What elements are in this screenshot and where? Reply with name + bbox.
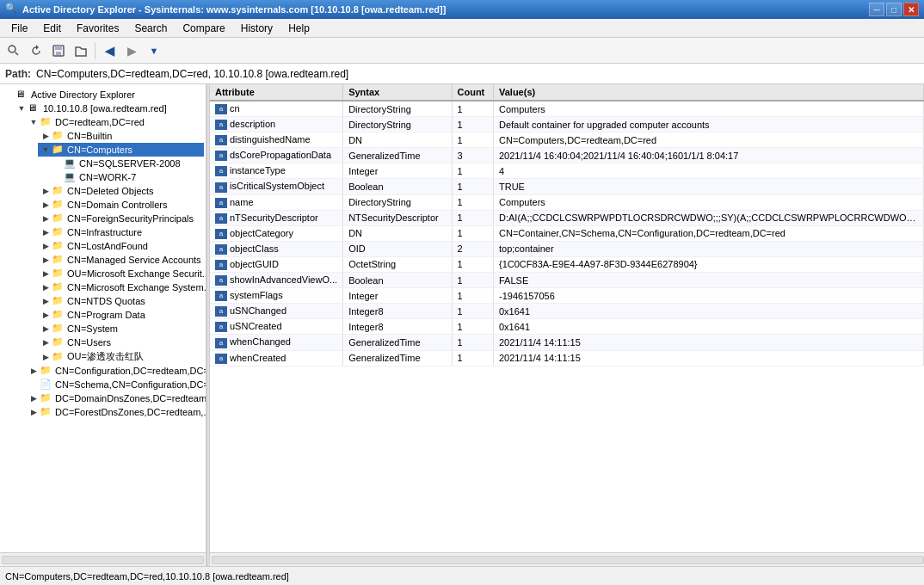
toolbar-save-button[interactable]	[48, 40, 69, 61]
col-header-value[interactable]: Value(s)	[494, 84, 924, 101]
menu-help[interactable]: Help	[280, 20, 317, 37]
cell-value: 0x1641	[494, 319, 924, 335]
tree-node-exchange-sec[interactable]: ▶ 📁 OU=Microsoft Exchange Securit...	[38, 267, 204, 280]
tree-node-dc[interactable]: ▼ 📁 DC=redteam,DC=red	[26, 115, 204, 129]
table-row[interactable]: awhenCreatedGeneralizedTime12021/11/4 14…	[210, 350, 924, 366]
cell-syntax: GeneralizedTime	[343, 350, 452, 366]
tree-node-ntds[interactable]: ▶ 📁 CN=NTDS Quotas	[38, 294, 204, 308]
tree-node-managed[interactable]: ▶ 📁 CN=Managed Service Accounts	[38, 253, 204, 267]
tree-node-builtin[interactable]: ▶ 📁 CN=Builtin	[38, 129, 204, 143]
toggle-computers: ▼	[40, 144, 52, 156]
cell-syntax: Integer	[343, 163, 452, 179]
cell-attr: aname	[210, 194, 343, 210]
col-header-count[interactable]: Count	[452, 84, 493, 101]
cell-count: 1	[452, 319, 493, 335]
tree-node-server[interactable]: ▼ 🖥 10.10.10.8 [owa.redteam.red]	[14, 102, 204, 115]
tree-node-domaindns[interactable]: ▶ 📁 DC=DomainDnsZones,DC=redteam,...	[26, 391, 204, 405]
cell-syntax: GeneralizedTime	[343, 335, 452, 350]
table-row[interactable]: anTSecurityDescriptorNTSecurityDescripto…	[210, 210, 924, 225]
menu-favorites[interactable]: Favorites	[69, 20, 126, 37]
cell-count: 1	[452, 256, 493, 272]
menu-compare[interactable]: Compare	[175, 20, 232, 37]
path-value: CN=Computers,DC=redteam,DC=red, 10.10.10…	[36, 68, 348, 80]
toolbar-refresh-button[interactable]	[26, 40, 46, 61]
cell-syntax: NTSecurityDescriptor	[343, 210, 452, 225]
toggle-server: ▼	[15, 102, 28, 114]
table-row[interactable]: adescriptionDirectoryString1Default cont…	[210, 117, 924, 132]
table-row[interactable]: acnDirectoryString1Computers	[210, 101, 924, 117]
table-row[interactable]: anameDirectoryString1Computers	[210, 194, 924, 210]
table-row[interactable]: aobjectCategoryDN1CN=Container,CN=Schema…	[210, 225, 924, 241]
cell-count: 1	[452, 350, 493, 366]
attr-table-body: acnDirectoryString1Computersadescription…	[210, 101, 924, 366]
toolbar-forward-button[interactable]: ▶	[121, 40, 142, 61]
menu-search[interactable]: Search	[126, 20, 175, 37]
cell-attr: asystemFlags	[210, 288, 343, 304]
toolbar-dropdown-button[interactable]: ▼	[144, 40, 164, 61]
path-bar: Path: CN=Computers,DC=redteam,DC=red, 10…	[0, 64, 924, 84]
table-row[interactable]: aobjectGUIDOctetString1{1C0CF83A-E9E4-4A…	[210, 256, 924, 272]
table-row[interactable]: aisCriticalSystemObjectBoolean1TRUE	[210, 179, 924, 194]
cell-attr: awhenCreated	[210, 350, 343, 366]
cell-value: 2021/11/4 16:40:04;2021/11/4 16:40:04;16…	[494, 148, 924, 163]
table-row[interactable]: adistinguishedNameDN1CN=Computers,DC=red…	[210, 132, 924, 148]
cell-syntax: Boolean	[343, 179, 452, 194]
tree-node-foreign[interactable]: ▶ 📁 CN=ForeignSecurityPrincipals	[38, 212, 204, 225]
table-row[interactable]: aobjectClassOID2top;container	[210, 241, 924, 256]
toolbar-search-button[interactable]	[3, 40, 24, 61]
cell-attr: ashowInAdvancedViewO...	[210, 273, 343, 288]
tree-level1: ▼ 📁 DC=redteam,DC=red ▶ 📁 CN=Builtin	[14, 115, 204, 419]
tree-node-exchange-sys[interactable]: ▶ 📁 CN=Microsoft Exchange System...	[38, 280, 204, 294]
cell-count: 1	[452, 335, 493, 350]
col-header-attribute[interactable]: Attribute	[210, 84, 343, 101]
close-button[interactable]: ✕	[903, 3, 919, 16]
toggle-sqlserver	[52, 157, 64, 169]
tree-panel[interactable]: 🖥 Active Directory Explorer ▼ 🖥 10.10.10…	[0, 84, 206, 552]
tree-node-users[interactable]: ▶ 📁 CN=Users	[38, 336, 204, 349]
svg-line-1	[15, 52, 19, 55]
table-row[interactable]: auSNChangedInteger810x1641	[210, 304, 924, 319]
tree-node-forestdns[interactable]: ▶ 📁 DC=ForestDnsZones,DC=redteam,...	[26, 405, 204, 419]
attr-scrollbar[interactable]	[210, 552, 924, 566]
cell-value: 4	[494, 163, 924, 179]
tree-node-computers[interactable]: ▼ 📁 CN=Computers	[38, 143, 204, 157]
tree-node-system[interactable]: ▶ 📁 CN=System	[38, 322, 204, 336]
cell-attr: aobjectClass	[210, 241, 343, 256]
table-row[interactable]: asystemFlagsInteger1-1946157056	[210, 288, 924, 304]
tree-node-lostandfound[interactable]: ▶ 📁 CN=LostAndFound	[38, 239, 204, 253]
tree-node-schema[interactable]: 📄 CN=Schema,CN=Configuration,DC=...	[26, 378, 204, 391]
tree-node-ade-root[interactable]: 🖥 Active Directory Explorer	[2, 88, 204, 102]
cell-count: 1	[452, 179, 493, 194]
attr-table-container[interactable]: Attribute Syntax Count Value(s) acnDirec…	[210, 84, 924, 552]
cell-value: TRUE	[494, 179, 924, 194]
tree-node-redteam-ou[interactable]: ▶ 📁 OU=渗透攻击红队	[38, 349, 204, 364]
col-header-syntax[interactable]: Syntax	[343, 84, 452, 101]
menu-history[interactable]: History	[233, 20, 280, 37]
tree-node-domain-controllers[interactable]: ▶ 📁 CN=Domain Controllers	[38, 198, 204, 212]
svg-rect-5	[56, 52, 61, 55]
toolbar-back-button[interactable]: ◀	[99, 40, 120, 61]
table-row[interactable]: awhenChangedGeneralizedTime12021/11/4 14…	[210, 335, 924, 350]
toolbar-open-button[interactable]	[71, 40, 91, 61]
tree-node-configuration[interactable]: ▶ 📁 CN=Configuration,DC=redteam,DC=...	[26, 364, 204, 378]
tree-panel-wrapper: 🖥 Active Directory Explorer ▼ 🖥 10.10.10…	[0, 84, 206, 566]
cell-syntax: DirectoryString	[343, 117, 452, 132]
svg-rect-4	[55, 46, 62, 50]
maximize-button[interactable]: □	[886, 3, 902, 16]
cell-value: 2021/11/4 14:11:15	[494, 335, 924, 350]
computers-icon: 📁	[52, 144, 65, 156]
tree-level3-computers: 💻 CN=SQLSERVER-2008 💻 CN=WORK-7	[38, 157, 204, 184]
table-row[interactable]: adsCorePropagationDataGeneralizedTime320…	[210, 148, 924, 163]
menu-file[interactable]: File	[3, 20, 35, 37]
tree-scrollbar[interactable]	[0, 552, 206, 566]
tree-node-infrastructure[interactable]: ▶ 📁 CN=Infrastructure	[38, 225, 204, 239]
table-row[interactable]: auSNCreatedInteger810x1641	[210, 319, 924, 335]
tree-node-programdata[interactable]: ▶ 📁 CN=Program Data	[38, 308, 204, 322]
table-row[interactable]: ashowInAdvancedViewO...Boolean1FALSE	[210, 273, 924, 288]
minimize-button[interactable]: ─	[869, 3, 884, 16]
table-row[interactable]: ainstanceTypeInteger14	[210, 163, 924, 179]
tree-node-work7[interactable]: 💻 CN=WORK-7	[50, 170, 204, 184]
tree-node-deleted[interactable]: ▶ 📁 CN=Deleted Objects	[38, 184, 204, 198]
tree-node-sqlserver[interactable]: 💻 CN=SQLSERVER-2008	[50, 157, 204, 170]
menu-edit[interactable]: Edit	[35, 20, 69, 37]
